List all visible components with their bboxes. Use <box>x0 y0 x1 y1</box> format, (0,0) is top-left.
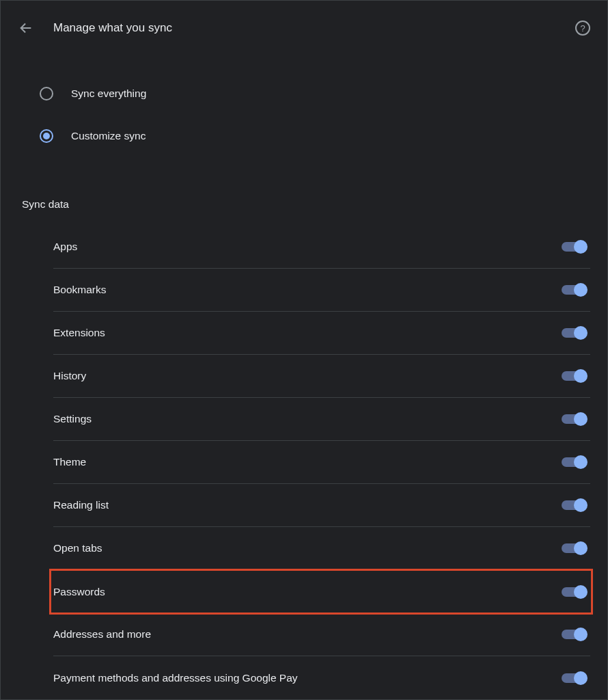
radio-circle-selected-icon <box>40 129 53 143</box>
toggle-label: Apps <box>53 241 77 253</box>
help-icon[interactable]: ? <box>575 21 590 36</box>
toggle-label: Reading list <box>53 499 109 511</box>
radio-circle-icon <box>40 87 53 100</box>
toggle-switch[interactable] <box>562 240 586 254</box>
toggle-row-apps: Apps <box>53 226 590 269</box>
toggle-row-extensions: Extensions <box>53 312 590 355</box>
radio-customize-sync[interactable]: Customize sync <box>40 115 590 157</box>
radio-label: Sync everything <box>71 88 146 100</box>
page-title: Manage what you sync <box>53 21 172 35</box>
toggle-thumb <box>574 240 588 254</box>
toggle-thumb <box>574 455 588 469</box>
toggle-row-reading-list: Reading list <box>53 484 590 527</box>
toggle-thumb <box>574 369 588 383</box>
toggle-thumb <box>574 498 588 512</box>
toggle-label: Payment methods and addresses using Goog… <box>53 672 298 684</box>
toggle-switch[interactable] <box>562 585 586 599</box>
toggle-row-payment-methods: Payment methods and addresses using Goog… <box>53 656 590 699</box>
page-header: Manage what you sync ? <box>18 14 590 42</box>
toggle-thumb <box>574 326 588 340</box>
toggle-label: Bookmarks <box>53 284 107 296</box>
toggle-switch[interactable] <box>562 455 586 469</box>
toggle-row-theme: Theme <box>53 441 590 484</box>
toggle-thumb <box>574 585 588 599</box>
section-title-sync-data: Sync data <box>18 198 590 211</box>
toggle-switch[interactable] <box>562 628 586 641</box>
toggle-switch[interactable] <box>562 412 586 426</box>
toggle-row-addresses: Addresses and more <box>53 613 590 656</box>
radio-sync-everything[interactable]: Sync everything <box>40 72 590 115</box>
radio-label: Customize sync <box>71 130 146 142</box>
toggle-switch[interactable] <box>562 369 586 383</box>
toggle-label: Addresses and more <box>53 628 151 641</box>
toggle-row-bookmarks: Bookmarks <box>53 269 590 312</box>
toggle-switch[interactable] <box>562 671 586 685</box>
toggle-label: Passwords <box>53 586 105 598</box>
toggle-thumb <box>574 671 588 685</box>
back-arrow-icon[interactable] <box>18 20 34 36</box>
toggle-thumb <box>574 628 588 641</box>
toggle-switch[interactable] <box>562 326 586 340</box>
toggle-label: Open tabs <box>53 542 102 554</box>
toggle-switch[interactable] <box>562 283 586 297</box>
radio-dot-icon <box>43 133 50 139</box>
toggle-row-history: History <box>53 355 590 398</box>
toggle-thumb <box>574 541 588 555</box>
toggle-row-passwords: Passwords <box>51 570 592 613</box>
toggle-switch[interactable] <box>562 498 586 512</box>
header-left: Manage what you sync <box>18 20 172 36</box>
sync-mode-radio-group: Sync everything Customize sync <box>18 72 590 157</box>
sync-data-toggle-list: Apps Bookmarks Extensions History Settin… <box>18 226 590 699</box>
toggle-label: Extensions <box>53 327 105 339</box>
toggle-label: History <box>53 370 86 382</box>
toggle-label: Settings <box>53 413 92 425</box>
toggle-thumb <box>574 412 588 426</box>
toggle-label: Theme <box>53 456 86 468</box>
toggle-thumb <box>574 283 588 297</box>
toggle-row-settings: Settings <box>53 398 590 441</box>
toggle-row-open-tabs: Open tabs <box>53 527 590 570</box>
toggle-switch[interactable] <box>562 541 586 555</box>
